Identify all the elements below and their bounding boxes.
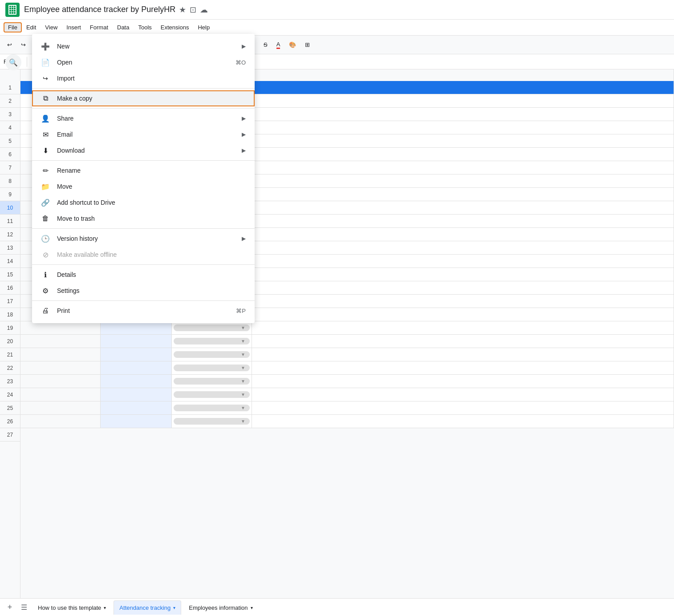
cell-e-21[interactable] — [20, 335, 101, 348]
cloud-icon[interactable]: ☁ — [200, 5, 208, 15]
menu-file[interactable]: File — [4, 22, 22, 32]
row-num-18: 18 — [0, 308, 20, 321]
text-color-button[interactable]: A — [273, 39, 284, 51]
rename-icon: ✏ — [41, 166, 50, 175]
tab-arrow-2: ▾ — [173, 605, 175, 610]
cell-extra-12 — [252, 215, 674, 228]
menu-item-import[interactable]: ↪ Import — [32, 70, 255, 86]
fill-color-button[interactable]: 🎨 — [285, 40, 300, 50]
menu-item-open[interactable]: 📄 Open ⌘O — [32, 54, 255, 70]
row-num-12: 12 — [0, 228, 20, 241]
menu-item-print[interactable]: 🖨 Print ⌘P — [32, 303, 255, 319]
menu-item-download[interactable]: ⬇ Download ▶ — [32, 142, 255, 158]
file-menu[interactable]: ➕ New ▶ 📄 Open ⌘O ↪ Import ⧉ Make a copy… — [32, 34, 255, 323]
title-bar: Employee attendance tracker by PurelyHR … — [0, 0, 674, 20]
cell-f-27[interactable] — [101, 415, 172, 428]
cell-extra-5 — [252, 134, 674, 148]
menu-shortcut-label: Add shortcut to Drive — [57, 199, 246, 206]
cell-f-24[interactable] — [101, 375, 172, 388]
header-extra — [252, 81, 674, 94]
tab-arrow-1: ▾ — [104, 605, 106, 610]
cell-f-20[interactable] — [101, 321, 172, 335]
cell-e-23[interactable] — [20, 361, 101, 375]
tab-how-to-use[interactable]: How to use this template ▾ — [32, 600, 112, 615]
cell-e-22[interactable] — [20, 348, 101, 361]
menu-share-label: Share — [57, 115, 235, 122]
cell-g-22[interactable]: ▼ — [172, 348, 252, 361]
import-icon: ↪ — [41, 74, 50, 83]
download-icon: ⬇ — [41, 146, 50, 155]
cell-g-23[interactable]: ▼ — [172, 361, 252, 375]
row-num-21: 21 — [0, 348, 20, 361]
cell-e-25[interactable] — [20, 388, 101, 401]
cell-extra-14 — [252, 241, 674, 255]
history-icon: 🕒 — [41, 234, 50, 243]
menu-help[interactable]: Help — [193, 22, 214, 32]
menu-item-add-shortcut[interactable]: 🔗 Add shortcut to Drive — [32, 195, 255, 211]
star-icon[interactable]: ★ — [179, 5, 186, 15]
menu-item-trash[interactable]: 🗑 Move to trash — [32, 211, 255, 227]
row-num-6: 6 — [0, 148, 20, 161]
cell-e-27[interactable] — [20, 415, 101, 428]
menu-item-move[interactable]: 📁 Move — [32, 178, 255, 195]
cell-f-21[interactable] — [101, 335, 172, 348]
sheet-menu-button[interactable]: ☰ — [18, 601, 30, 614]
menu-insert[interactable]: Insert — [62, 22, 85, 32]
row-num-5: 5 — [0, 134, 20, 148]
redo-button[interactable]: ↪ — [17, 40, 29, 50]
cell-e-26[interactable] — [20, 401, 101, 415]
cell-f-22[interactable] — [101, 348, 172, 361]
cell-e-20[interactable] — [20, 321, 101, 335]
menu-item-new[interactable]: ➕ New ▶ — [32, 38, 255, 54]
menu-edit[interactable]: Edit — [22, 22, 41, 32]
menu-data[interactable]: Data — [113, 22, 134, 32]
cell-extra-21 — [252, 335, 674, 348]
tab-attendance-tracking[interactable]: Attendance tracking ▾ — [114, 600, 181, 615]
cell-g-27[interactable]: ▼ — [172, 415, 252, 428]
menu-view[interactable]: View — [41, 22, 62, 32]
menu-item-share[interactable]: 👤 Share ▶ — [32, 110, 255, 126]
undo-button[interactable]: ↩ — [4, 40, 16, 50]
cell-g-26[interactable]: ▼ — [172, 401, 252, 415]
offline-icon: ⊘ — [41, 250, 50, 259]
add-sheet-button[interactable]: + — [4, 601, 16, 614]
settings-icon: ⚙ — [41, 286, 50, 295]
menu-history-label: Version history — [57, 235, 235, 242]
search-button[interactable]: 🔍 — [5, 54, 21, 70]
submenu-arrow: ▶ — [242, 115, 246, 122]
menu-item-details[interactable]: ℹ Details — [32, 267, 255, 283]
folder-icon[interactable]: ⊡ — [190, 5, 196, 15]
menu-extensions[interactable]: Extensions — [156, 22, 194, 32]
cell-f-26[interactable] — [101, 401, 172, 415]
table-row: ▼ — [20, 335, 674, 348]
cell-e-24[interactable] — [20, 375, 101, 388]
tab-employees-information[interactable]: Employees information ▾ — [183, 600, 258, 615]
menu-item-email[interactable]: ✉ Email ▶ — [32, 126, 255, 142]
menu-format[interactable]: Format — [85, 22, 113, 32]
menu-item-rename[interactable]: ✏ Rename — [32, 162, 255, 178]
menu-item-settings[interactable]: ⚙ Settings — [32, 283, 255, 299]
menu-item-version-history[interactable]: 🕒 Version history ▶ — [32, 231, 255, 247]
cell-f-25[interactable] — [101, 388, 172, 401]
cell-g-24[interactable]: ▼ — [172, 375, 252, 388]
dropdown-arrow: ▼ — [241, 405, 245, 410]
cell-extra-3 — [252, 108, 674, 121]
menu-item-make-copy[interactable]: ⧉ Make a copy — [32, 90, 255, 106]
row-num-8: 8 — [0, 174, 20, 188]
cell-g-25[interactable]: ▼ — [172, 388, 252, 401]
submenu-arrow: ▶ — [242, 131, 246, 138]
cell-f-23[interactable] — [101, 361, 172, 375]
cell-extra-15 — [252, 255, 674, 268]
cell-g-21[interactable]: ▼ — [172, 335, 252, 348]
strikethrough-button[interactable]: S — [260, 40, 271, 50]
borders-button[interactable]: ⊞ — [301, 40, 313, 50]
new-icon: ➕ — [41, 42, 50, 51]
menu-tools[interactable]: Tools — [134, 22, 156, 32]
row-num-15: 15 — [0, 268, 20, 281]
cell-g-20[interactable]: ▼ — [172, 321, 252, 335]
menu-item-offline: ⊘ Make available offline — [32, 247, 255, 263]
cell-extra-25 — [252, 388, 674, 401]
menu-group-2: ⧉ Make a copy — [32, 89, 255, 109]
row-num-2: 2 — [0, 94, 20, 108]
menu-import-label: Import — [57, 75, 246, 82]
